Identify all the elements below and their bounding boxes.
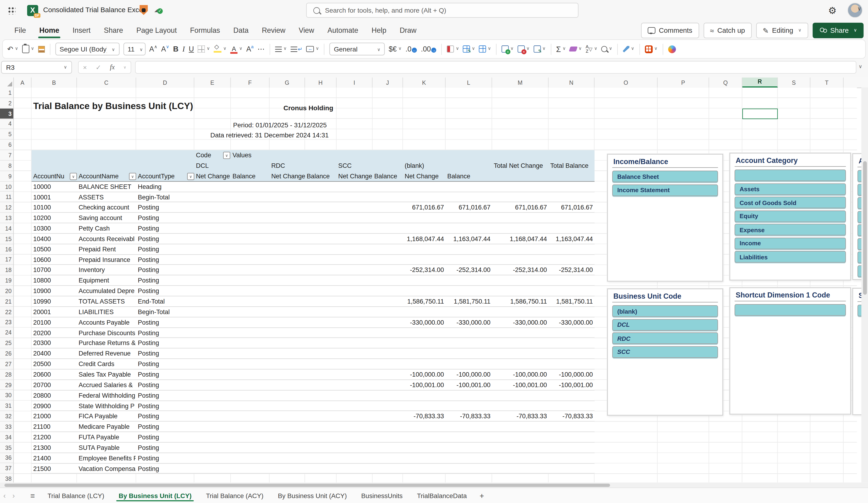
row-header-37[interactable]: 37 <box>0 463 14 474</box>
cell-account-name[interactable]: Accrued Salaries & <box>79 382 136 389</box>
cell-account-name[interactable]: ASSETS <box>79 193 136 201</box>
cell-account-number[interactable]: 20900 <box>33 402 75 410</box>
insert-cells-button[interactable]: + <box>502 46 514 53</box>
row-header-14[interactable]: 14 <box>0 223 14 234</box>
cell-account-type[interactable]: Posting <box>138 465 193 472</box>
column-header-O[interactable]: O <box>595 78 658 88</box>
cell-value[interactable]: -252,314.00 <box>550 266 593 274</box>
column-header-C[interactable]: C <box>77 78 136 88</box>
sheet-cells[interactable]: Trial Balance by Business Unit (LCY)Cron… <box>14 88 857 482</box>
cell-value[interactable]: 671,016.67 <box>404 204 444 211</box>
more-font-options[interactable]: ⋯ <box>258 45 265 53</box>
row-header-8[interactable]: 8 <box>0 161 14 171</box>
menu-tab-home[interactable]: Home <box>33 22 66 38</box>
cell-value[interactable]: -100,000.00 <box>447 371 490 379</box>
currency-format-button[interactable]: $€ <box>389 45 402 53</box>
column-header-R[interactable]: R <box>742 78 778 88</box>
row-header-28[interactable]: 28 <box>0 369 14 380</box>
cell-account-type[interactable]: Posting <box>138 454 193 462</box>
row-header-30[interactable]: 30 <box>0 390 14 401</box>
cell-account-type[interactable]: Posting <box>138 350 193 358</box>
row-header-27[interactable]: 27 <box>0 359 14 369</box>
cell-account-number[interactable]: 10700 <box>33 266 75 274</box>
all-sheets-menu-icon[interactable]: ≡ <box>25 491 40 500</box>
cell-account-number[interactable]: 21100 <box>33 423 75 431</box>
cell-account-type[interactable]: Posting <box>138 246 193 253</box>
cell-styles-button[interactable] <box>479 46 491 53</box>
cell-account-name[interactable]: Prepaid Rent <box>79 246 136 253</box>
merge-center-button[interactable]: ↔ <box>306 46 319 52</box>
column-header-M[interactable]: M <box>492 78 548 88</box>
filter-dropdown-icon[interactable]: ∨ <box>70 173 77 180</box>
row-header-7[interactable]: 7 <box>0 150 14 161</box>
tab-scroll-right-icon[interactable]: › <box>9 491 18 500</box>
vertical-scrollbar-thumb[interactable] <box>863 161 867 295</box>
row-header-13[interactable]: 13 <box>0 213 14 223</box>
cell-account-type[interactable]: Posting <box>138 444 193 452</box>
cell-value[interactable]: -330,000.00 <box>493 319 547 326</box>
cell-account-number[interactable]: 10500 <box>33 246 75 253</box>
cell-account-name[interactable]: State Withholding P <box>79 402 136 410</box>
vertical-scrollbar[interactable] <box>861 88 868 482</box>
cell-account-type[interactable]: End-Total <box>138 298 193 305</box>
format-painter-button[interactable] <box>38 46 44 52</box>
cell-account-number[interactable]: 20600 <box>33 371 75 379</box>
horizontal-scrollbar-thumb[interactable] <box>4 483 610 486</box>
cell-value[interactable]: -330,000.00 <box>447 319 490 326</box>
cell-account-number[interactable]: 10800 <box>33 277 75 284</box>
cell-account-type[interactable]: Begin-Total <box>138 309 193 316</box>
column-header-E[interactable]: E <box>194 78 231 88</box>
row-header-15[interactable]: 15 <box>0 234 14 244</box>
menu-tab-data[interactable]: Data <box>227 22 255 38</box>
column-header-P[interactable]: P <box>658 78 709 88</box>
cell-value[interactable]: -100,001.00 <box>447 382 490 389</box>
menu-tab-draw[interactable]: Draw <box>393 22 423 38</box>
cell-account-number[interactable]: 10400 <box>33 235 75 243</box>
cell-account-type[interactable]: Posting <box>138 340 193 347</box>
cell-account-type[interactable]: Posting <box>138 413 193 420</box>
cell-account-number[interactable]: 21200 <box>33 434 75 441</box>
slicer-item-rdc[interactable]: RDC <box>612 332 718 344</box>
sheet-tab-trialbalancedata[interactable]: TrialBalanceData <box>410 488 474 503</box>
cell-account-number[interactable]: 10990 <box>33 298 75 305</box>
cell-account-name[interactable]: Vacation Compensa <box>79 465 136 472</box>
char-style-button[interactable]: Aa <box>246 45 254 53</box>
filter-dropdown-icon[interactable]: ∨ <box>129 173 136 180</box>
cell-account-type[interactable]: Posting <box>138 382 193 389</box>
document-title[interactable]: Consolidated Trial Balance Excel <box>43 6 145 14</box>
column-header-F[interactable]: F <box>231 78 270 88</box>
slicer-item-expense[interactable]: Expense <box>735 224 846 235</box>
filter-dropdown-icon[interactable]: ∨ <box>187 173 194 180</box>
row-header-22[interactable]: 22 <box>0 306 14 317</box>
row-header-20[interactable]: 20 <box>0 286 14 296</box>
cloud-saved-icon[interactable]: ☁✓ <box>154 4 162 14</box>
delete-cells-button[interactable]: × <box>517 46 529 53</box>
horizontal-scrollbar[interactable] <box>0 482 868 487</box>
cell-value[interactable]: -100,000.00 <box>404 371 444 379</box>
cell-value[interactable]: -252,314.00 <box>404 266 444 274</box>
copilot-button[interactable] <box>668 45 676 53</box>
cell-value[interactable]: 671,016.67 <box>447 204 490 211</box>
cell-account-name[interactable]: Medicare Payable <box>79 423 136 431</box>
slicer-item--blank-[interactable]: (blank) <box>612 305 718 317</box>
cell-account-type[interactable]: Posting <box>138 277 193 284</box>
row-header-32[interactable]: 32 <box>0 411 14 422</box>
cell-account-number[interactable]: 21300 <box>33 444 75 452</box>
column-header-A[interactable]: A <box>14 78 32 88</box>
column-header-B[interactable]: B <box>32 78 77 88</box>
cell-account-type[interactable]: Posting <box>138 288 193 295</box>
cell-account-name[interactable]: LIABILITIES <box>79 309 136 316</box>
slicer-item-equity[interactable]: Equity <box>735 210 846 222</box>
autosum-button[interactable]: Σ <box>556 45 566 53</box>
cell-account-type[interactable]: Posting <box>138 392 193 399</box>
addins-button[interactable] <box>645 45 658 53</box>
column-header-T[interactable]: T <box>810 78 844 88</box>
cell-account-name[interactable]: FUTA Payable <box>79 434 136 441</box>
increase-decimal-button[interactable]: .00→ <box>421 45 436 53</box>
cell-account-number[interactable]: 10900 <box>33 288 75 295</box>
cell-account-name[interactable]: Accumulated Depre <box>79 288 136 295</box>
row-header-18[interactable]: 18 <box>0 265 14 275</box>
cell-value[interactable]: 1,586,750.11 <box>404 298 444 305</box>
cell-account-type[interactable]: Posting <box>138 266 193 274</box>
cell-account-type[interactable]: Begin-Total <box>138 193 193 201</box>
